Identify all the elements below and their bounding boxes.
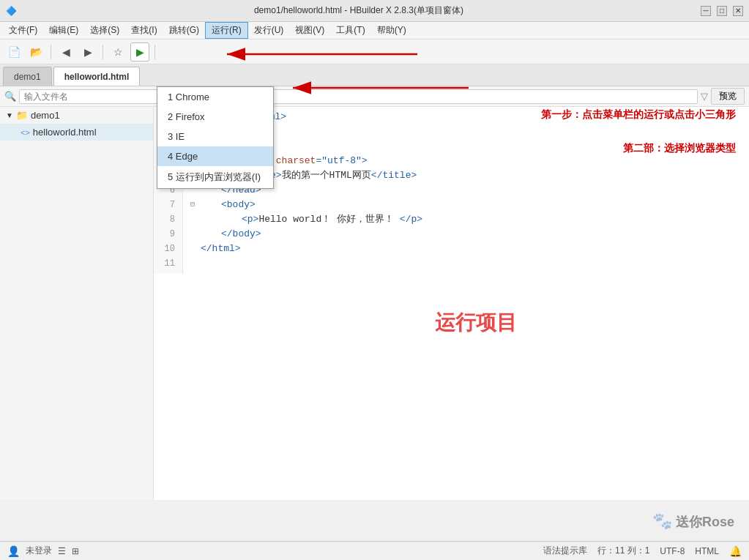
sidebar: ▼ 📁 demo1 <> helloworld.html bbox=[0, 107, 154, 500]
menu-view[interactable]: 视图(V) bbox=[289, 23, 330, 38]
line-num-8: 8 bbox=[154, 212, 179, 227]
window-title: demo1/helloworld.html - HBuilder X 2.8.3… bbox=[17, 4, 701, 17]
line-num-11: 11 bbox=[154, 256, 179, 271]
folder-icon: 📁 bbox=[16, 110, 28, 121]
main-layout: ▼ 📁 demo1 <> helloworld.html 1 2 3 4 5 6… bbox=[0, 107, 749, 500]
filter-icon: ▽ bbox=[701, 91, 708, 102]
menu-publish[interactable]: 发行(U) bbox=[248, 23, 290, 38]
browser-edge[interactable]: 4 Edge bbox=[157, 146, 273, 166]
browser-firefox[interactable]: 2 Firefox bbox=[157, 107, 273, 127]
code-line-8: <p>Hello world！ 你好，世界！ </p> bbox=[190, 212, 742, 227]
menu-jump[interactable]: 跳转(G) bbox=[163, 23, 205, 38]
window-controls: ─ □ ✕ bbox=[701, 6, 743, 16]
maximize-button[interactable]: □ bbox=[717, 6, 727, 16]
run-button[interactable]: ▶ bbox=[130, 42, 149, 61]
browser-chrome[interactable]: 1 Chrome bbox=[157, 87, 273, 107]
tab-demo1[interactable]: demo1 bbox=[3, 67, 52, 86]
forward-button[interactable]: ▶ bbox=[78, 42, 97, 61]
back-button[interactable]: ◀ bbox=[56, 42, 75, 61]
file-icon: <> bbox=[21, 128, 30, 137]
fold-8 bbox=[190, 212, 201, 227]
line-num-10: 10 bbox=[154, 242, 179, 256]
code-line-11 bbox=[190, 256, 742, 271]
search-bar: 🔍 ▽ 预览 bbox=[0, 86, 749, 107]
menu-help[interactable]: 帮助(Y) bbox=[371, 23, 412, 38]
toolbar: 📄 📂 ◀ ▶ ☆ ▶ bbox=[0, 40, 749, 64]
browser-dropdown-menu: 1 Chrome 2 Firefox 3 IE 4 Edge 5 运行到内置浏览… bbox=[157, 86, 274, 189]
new-file-button[interactable]: 📄 bbox=[4, 42, 23, 61]
fold-10 bbox=[190, 242, 201, 256]
login-icon: 👤 bbox=[7, 545, 20, 557]
toolbar-separator-1 bbox=[51, 45, 51, 59]
menu-bar: 文件(F) 编辑(E) 选择(S) 查找(I) 跳转(G) 运行(R) 发行(U… bbox=[0, 22, 749, 40]
menu-select[interactable]: 选择(S) bbox=[84, 23, 125, 38]
code-line-7: ⊟ <body> bbox=[190, 198, 742, 212]
search-icon: 🔍 bbox=[4, 91, 16, 102]
title-bar-left: 🔷 bbox=[6, 6, 17, 16]
tab-helloworld[interactable]: helloworld.html bbox=[53, 67, 141, 86]
app-logo: 🔷 bbox=[6, 6, 17, 16]
bookmark-button[interactable]: ☆ bbox=[108, 42, 127, 61]
fold-7: ⊟ bbox=[190, 198, 201, 212]
browser-builtin[interactable]: 5 运行到内置浏览器(I) bbox=[157, 166, 273, 188]
menu-edit[interactable]: 编辑(E) bbox=[43, 23, 84, 38]
preview-button[interactable]: 预览 bbox=[711, 88, 745, 105]
cursor-position: 行：11 列：1 bbox=[597, 545, 649, 557]
collapse-icon: ▼ bbox=[6, 111, 13, 119]
toolbar-separator-3 bbox=[154, 45, 155, 59]
title-bar: 🔷 demo1/helloworld.html - HBuilder X 2.8… bbox=[0, 0, 749, 22]
project-name: demo1 bbox=[31, 110, 60, 121]
sidebar-project-demo1[interactable]: ▼ 📁 demo1 bbox=[0, 107, 153, 124]
toolbar-separator-2 bbox=[103, 45, 103, 59]
close-button[interactable]: ✕ bbox=[733, 6, 743, 16]
file-name: helloworld.html bbox=[33, 127, 97, 138]
sidebar-file-helloworld[interactable]: <> helloworld.html bbox=[0, 124, 153, 141]
tabs-row: demo1 helloworld.html bbox=[0, 64, 749, 86]
list-icon: ☰ bbox=[58, 546, 66, 556]
encoding: UTF-8 bbox=[660, 546, 685, 556]
fold-9 bbox=[190, 227, 201, 242]
login-status[interactable]: 未登录 bbox=[26, 545, 52, 557]
search-input[interactable] bbox=[19, 89, 698, 104]
file-type: HTML bbox=[695, 546, 719, 556]
browser-ie[interactable]: 3 IE bbox=[157, 127, 273, 146]
line-num-9: 9 bbox=[154, 227, 179, 242]
open-file-button[interactable]: 📂 bbox=[26, 42, 45, 61]
bell-icon: 🔔 bbox=[729, 545, 742, 557]
settings-icon: ⊞ bbox=[72, 546, 79, 556]
code-line-9: </body> bbox=[190, 227, 742, 242]
code-line-10: </html> bbox=[190, 242, 742, 256]
menu-run[interactable]: 运行(R) bbox=[205, 22, 248, 39]
line-num-7: 7 bbox=[154, 198, 179, 212]
status-right: 语法提示库 行：11 列：1 UTF-8 HTML 🔔 bbox=[543, 545, 742, 557]
center-run-label: 运行项目 bbox=[435, 309, 517, 337]
status-bar: 👤 未登录 ☰ ⊞ 语法提示库 行：11 列：1 UTF-8 HTML 🔔 bbox=[0, 541, 749, 560]
fold-11 bbox=[190, 256, 201, 271]
status-left: 👤 未登录 ☰ ⊞ bbox=[7, 545, 79, 557]
menu-file[interactable]: 文件(F) bbox=[3, 23, 43, 38]
hint-library: 语法提示库 bbox=[543, 545, 587, 557]
minimize-button[interactable]: ─ bbox=[701, 6, 711, 16]
menu-find[interactable]: 查找(I) bbox=[125, 23, 163, 38]
watermark: 🐾 送你Rose bbox=[652, 512, 734, 531]
menu-tools[interactable]: 工具(T) bbox=[330, 23, 370, 38]
